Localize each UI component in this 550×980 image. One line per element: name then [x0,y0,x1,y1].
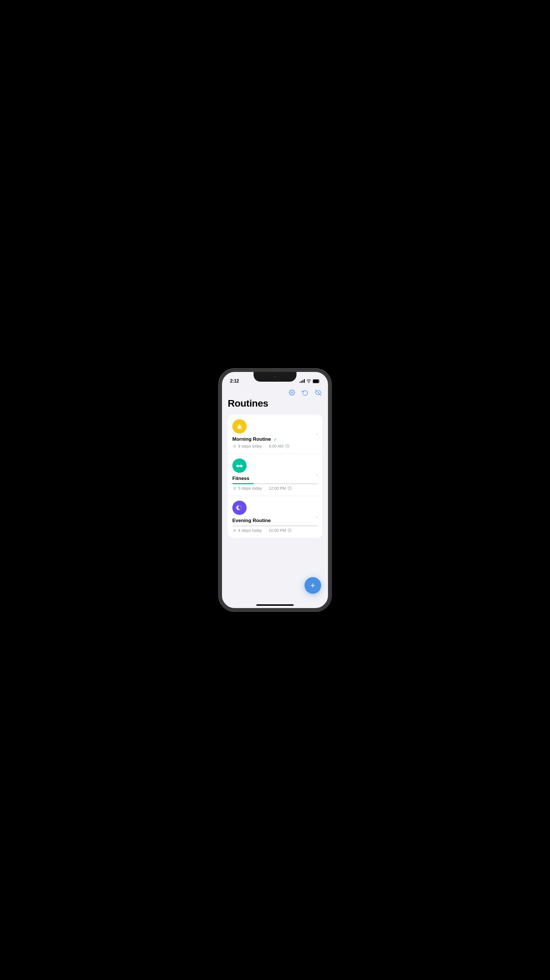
svg-point-32 [241,507,242,508]
evening-routine-name: Evening Routine [232,518,271,523]
evening-steps: 4 steps today [232,528,262,533]
evening-progress-bar [232,525,318,527]
home-indicator[interactable] [256,605,294,606]
svg-rect-19 [236,465,237,467]
svg-line-7 [238,425,238,426]
morning-title-row: Morning Routine ✓ [232,436,277,442]
evening-routine-header: Evening Routine [232,518,318,523]
morning-steps-label: 9 steps today [238,444,262,449]
settings-icon[interactable] [288,388,296,396]
battery-icon [313,379,320,383]
routine-item-evening[interactable]: Evening Routine [228,496,322,538]
clock-icon-fitness [288,486,292,490]
svg-point-31 [241,506,242,507]
fab-plus-icon: + [310,581,315,589]
evening-steps-label: 4 steps today [238,528,262,533]
header-icons [228,386,322,398]
fitness-routine-header: Fitness [232,476,318,481]
clock-icon-morning [285,444,289,448]
phone-frame: 2:12 [219,369,331,611]
notch [254,372,296,382]
clock-icon-evening [288,528,292,532]
steps-icon [232,444,236,448]
morning-routine-name: Morning Routine [232,436,271,442]
volume-down-button[interactable] [219,426,220,436]
moon-icon [236,504,243,511]
morning-time-label: 6:00 AM [269,444,283,449]
hide-icon[interactable] [314,388,322,396]
evening-title-row: Evening Routine [232,518,271,523]
fitness-icon [236,462,243,469]
front-camera [273,375,277,379]
svg-rect-20 [242,465,243,467]
wifi-icon [307,379,311,383]
sunrise-icon [236,423,243,430]
evening-time-label: 10:00 PM [269,528,286,533]
svg-point-5 [238,426,241,428]
morning-routine-icon [232,419,246,434]
svg-rect-21 [237,465,238,467]
evening-routine-icon [232,501,246,515]
morning-check-icon: ✓ [273,437,277,442]
routine-item-morning[interactable]: Morning Routine ✓ 9 [228,415,322,454]
fitness-title-row: Fitness [232,476,250,481]
power-button[interactable] [330,416,331,436]
morning-routine-meta: 9 steps today 6:00 AM [232,444,318,449]
signal-icon [300,379,305,383]
fitness-progress-fill [232,483,254,484]
svg-line-8 [241,425,242,426]
fitness-routine-icon [232,458,246,473]
svg-point-3 [291,392,293,393]
volume-up-button[interactable] [219,412,220,422]
steps-icon-fitness [232,486,236,490]
morning-routine-header: Morning Routine ✓ [232,436,318,442]
svg-rect-23 [238,465,241,466]
bottom-spacer [228,544,322,584]
steps-icon-evening [232,528,236,532]
fitness-time: 12:00 PM [269,486,292,491]
refresh-icon[interactable] [301,388,309,396]
fitness-routine-meta: 5 steps today 12:00 PM [232,486,318,491]
evening-chevron: › [316,514,318,520]
morning-time: 6:00 AM [269,444,289,449]
fitness-routine-name: Fitness [232,476,250,481]
fitness-chevron: › [316,472,318,477]
add-routine-button[interactable]: + [305,577,321,594]
screen-content: Routines Mo [222,386,328,608]
page-title: Routines [228,398,322,409]
fitness-steps-label: 5 steps today [238,486,262,491]
svg-rect-22 [241,465,242,467]
status-time: 2:12 [230,379,239,384]
status-icons [300,379,320,383]
morning-chevron: › [316,431,318,437]
evening-routine-meta: 4 steps today 10:00 PM [232,528,318,533]
fitness-progress-bar [232,483,318,484]
fitness-time-label: 12:00 PM [269,486,286,491]
evening-time: 10:00 PM [269,528,292,533]
routine-item-fitness[interactable]: Fitness [228,454,322,496]
morning-steps: 9 steps today [232,444,262,449]
svg-rect-2 [313,380,318,383]
routines-card: Morning Routine ✓ 9 [228,415,322,538]
fitness-steps: 5 steps today [232,486,262,491]
